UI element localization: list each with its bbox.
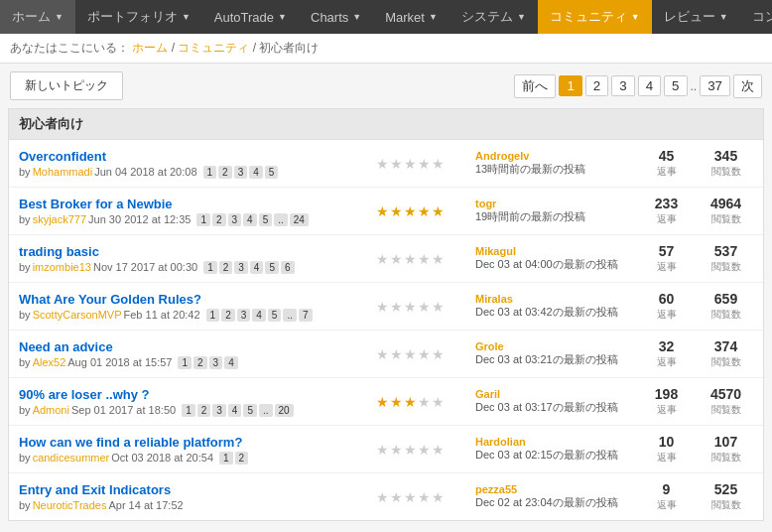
- last-post-user[interactable]: Androgelv: [475, 150, 529, 162]
- topic-title-link[interactable]: Overconfident: [19, 149, 106, 164]
- views-count: 374: [699, 338, 753, 354]
- page-5-button[interactable]: 5: [664, 75, 687, 96]
- prev-page-button[interactable]: 前へ: [514, 74, 556, 98]
- breadcrumb-home[interactable]: ホーム: [132, 41, 168, 55]
- topic-page-link[interactable]: 3: [212, 404, 226, 417]
- topic-page-link[interactable]: 4: [250, 261, 264, 274]
- page-37-button[interactable]: 37: [700, 75, 730, 96]
- topic-title-link[interactable]: trading basic: [19, 244, 99, 259]
- new-topic-button[interactable]: 新しいトピック: [10, 71, 123, 100]
- topic-replies: 198返事: [644, 386, 689, 417]
- topic-page-link[interactable]: 4: [228, 404, 242, 417]
- topic-page-link[interactable]: 1: [182, 404, 195, 417]
- star-icon: ★: [376, 394, 389, 410]
- last-post-user[interactable]: Miralas: [475, 293, 513, 305]
- last-post-user[interactable]: Garil: [475, 388, 500, 400]
- next-page-button[interactable]: 次: [733, 74, 762, 98]
- topic-page-link[interactable]: 3: [209, 356, 223, 369]
- topic-page-link[interactable]: ..: [259, 404, 273, 417]
- page-2-button[interactable]: 2: [585, 75, 608, 96]
- star-icon: ★: [390, 442, 403, 458]
- topic-page-link[interactable]: 1: [203, 261, 217, 274]
- star-icon: ★: [432, 442, 445, 458]
- topic-page-link[interactable]: ..: [283, 309, 297, 322]
- topic-page-link[interactable]: 4: [249, 166, 263, 179]
- topic-page-link[interactable]: 2: [193, 356, 207, 369]
- topic-page-link[interactable]: 5: [259, 213, 273, 226]
- nav-home[interactable]: ホーム ▼: [0, 0, 75, 34]
- last-post-user[interactable]: pezza55: [475, 483, 517, 495]
- topic-page-link[interactable]: 3: [237, 309, 251, 322]
- topic-author[interactable]: ScottyCarsonMVP: [33, 309, 122, 321]
- page-1-button[interactable]: 1: [559, 75, 581, 96]
- topic-page-link[interactable]: 2: [197, 404, 211, 417]
- topic-page-link[interactable]: 4: [252, 309, 266, 322]
- topic-page-link[interactable]: 1: [206, 309, 220, 322]
- topic-page-link[interactable]: 3: [234, 261, 248, 274]
- topic-page-link[interactable]: 2: [221, 309, 235, 322]
- nav-review[interactable]: レビュー ▼: [652, 0, 740, 34]
- topic-views: 345閲覧数: [699, 148, 753, 179]
- topic-title-link[interactable]: Entry and Exit Indicators: [19, 482, 171, 497]
- views-label: 閲覧数: [711, 213, 741, 224]
- topic-page-link[interactable]: 1: [178, 356, 192, 369]
- nav-market[interactable]: Market ▼: [373, 0, 450, 34]
- nav-portfolio[interactable]: ポートフォリオ ▼: [75, 0, 202, 34]
- topic-page-link[interactable]: 24: [290, 213, 309, 226]
- topic-page-link[interactable]: 6: [281, 261, 295, 274]
- topic-page-link[interactable]: 3: [228, 213, 242, 226]
- nav-community[interactable]: コミュニティ ▼: [538, 0, 652, 34]
- star-icon: ★: [390, 346, 403, 362]
- views-count: 4570: [699, 386, 753, 402]
- topic-page-link[interactable]: 1: [203, 166, 217, 179]
- page-4-button[interactable]: 4: [638, 75, 661, 96]
- nav-charts[interactable]: Charts ▼: [299, 0, 373, 34]
- topic-author[interactable]: Mohammadi: [33, 166, 93, 178]
- topic-page-link[interactable]: 5: [243, 404, 257, 417]
- topic-meta: by Mohammadi Jun 04 2018 at 20:0812345: [19, 166, 366, 179]
- topic-title-link[interactable]: What Are Your Golden Rules?: [19, 292, 201, 307]
- page-3-button[interactable]: 3: [611, 75, 634, 96]
- topic-page-link[interactable]: 1: [196, 213, 210, 226]
- topic-author[interactable]: NeuroticTrades: [33, 499, 107, 511]
- topic-page-link[interactable]: 20: [275, 404, 294, 417]
- topic-page-link[interactable]: 2: [235, 452, 249, 465]
- views-count: 525: [699, 481, 753, 497]
- last-post-user[interactable]: Grole: [475, 340, 504, 352]
- topic-title-link[interactable]: Need an advice: [19, 339, 113, 354]
- topic-author[interactable]: skyjack777: [33, 213, 86, 225]
- topic-page-link[interactable]: 5: [268, 309, 282, 322]
- views-count: 107: [699, 434, 753, 450]
- topic-page-link[interactable]: 5: [265, 166, 279, 179]
- last-post-user[interactable]: Mikagul: [475, 245, 516, 257]
- topic-page-link[interactable]: 5: [265, 261, 279, 274]
- topic-page-link[interactable]: 4: [243, 213, 257, 226]
- topic-page-link[interactable]: 1: [219, 452, 233, 465]
- views-label: 閲覧数: [711, 166, 741, 177]
- nav-market-arrow: ▼: [429, 12, 438, 22]
- topic-page-link[interactable]: 2: [219, 261, 233, 274]
- replies-label: 返事: [657, 452, 677, 463]
- star-icon: ★: [404, 394, 417, 410]
- topic-page-link[interactable]: ..: [274, 213, 288, 226]
- last-post-user[interactable]: Hardolian: [475, 436, 526, 448]
- topic-rating: ★★★★★: [376, 489, 465, 505]
- topic-page-link[interactable]: 4: [224, 356, 238, 369]
- nav-autotrade[interactable]: AutoTrade ▼: [202, 0, 299, 34]
- nav-contest[interactable]: コンテスト ▼: [740, 0, 772, 34]
- topic-author[interactable]: Alex52: [33, 356, 66, 368]
- topic-title-link[interactable]: 90% are loser ..why ?: [19, 387, 150, 402]
- breadcrumb-community[interactable]: コミュニティ: [178, 41, 249, 55]
- topic-author[interactable]: candicesummer: [33, 452, 110, 464]
- nav-system[interactable]: システム ▼: [450, 0, 538, 34]
- topic-title-link[interactable]: Best Broker for a Newbie: [19, 197, 173, 211]
- topic-title-link[interactable]: How can we find a reliable platform?: [19, 435, 242, 450]
- topic-page-link[interactable]: 3: [234, 166, 248, 179]
- topic-page-link[interactable]: 2: [212, 213, 226, 226]
- topic-page-link[interactable]: 7: [299, 309, 313, 322]
- last-post-user[interactable]: togr: [475, 198, 496, 209]
- topic-author[interactable]: imzombie13: [33, 261, 91, 273]
- topic-author[interactable]: Admoni: [33, 404, 69, 416]
- topic-page-link[interactable]: 2: [218, 166, 232, 179]
- topic-replies: 57返事: [644, 243, 689, 274]
